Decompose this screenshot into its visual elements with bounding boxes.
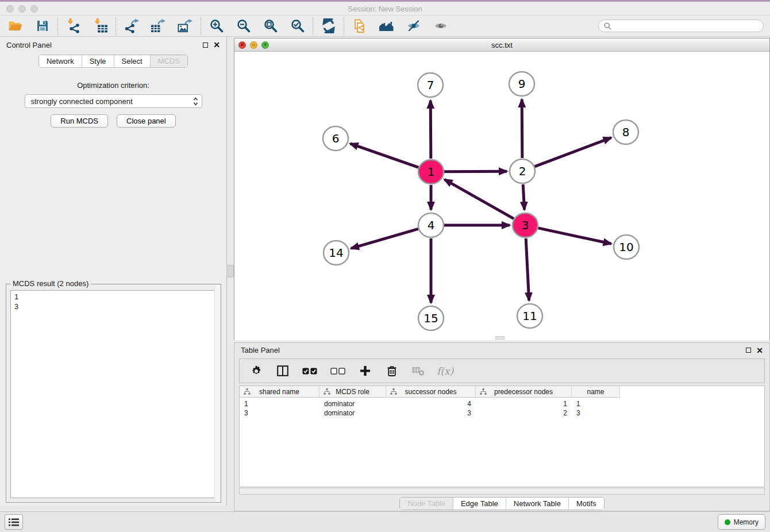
graph-node-6[interactable]: 6 xyxy=(323,126,348,151)
float-panel-icon[interactable] xyxy=(203,43,208,48)
hide-selected-icon[interactable] xyxy=(406,18,421,34)
save-session-icon[interactable] xyxy=(34,18,50,34)
cell-successor-nodes[interactable]: 4 xyxy=(386,400,476,408)
graph-edge-3-1[interactable] xyxy=(444,179,514,218)
search-input[interactable] xyxy=(615,21,758,30)
table-hscrollbar[interactable] xyxy=(239,488,765,495)
column-tree-icon xyxy=(244,388,251,395)
graph-edge-1-6[interactable] xyxy=(350,144,418,168)
graph-edge-2-8[interactable] xyxy=(535,138,611,167)
mcds-result-area[interactable]: 13 xyxy=(10,290,217,498)
cell-successor-nodes[interactable]: 3 xyxy=(386,409,476,417)
criterion-select[interactable]: strongly connected component xyxy=(25,94,202,108)
zoom-view-icon[interactable]: + xyxy=(261,41,269,49)
canvas-resize-notch[interactable] xyxy=(495,336,505,340)
graph-node-15[interactable]: 15 xyxy=(418,306,444,330)
graph-node-3[interactable]: 3 xyxy=(513,213,538,237)
deselect-all-columns-icon[interactable] xyxy=(329,363,346,379)
svg-text:15: 15 xyxy=(424,311,438,325)
task-history-button[interactable] xyxy=(5,514,23,530)
cell-predecessor-nodes[interactable]: 1 xyxy=(476,400,572,408)
column-header-shared-name[interactable]: shared name xyxy=(240,386,319,398)
column-header-successor-nodes[interactable]: successor nodes xyxy=(386,386,476,398)
minimize-view-icon[interactable]: − xyxy=(250,41,257,49)
graph-node-11[interactable]: 11 xyxy=(517,304,542,328)
splitter-handle[interactable] xyxy=(228,265,234,277)
show-all-icon[interactable] xyxy=(433,18,448,34)
graph-edge-3-10[interactable] xyxy=(538,228,611,244)
graph-node-2[interactable]: 2 xyxy=(510,159,535,183)
import-table-icon[interactable] xyxy=(93,18,108,34)
table-row[interactable]: 1dominator411 xyxy=(240,399,764,408)
graph-edge-2-3[interactable] xyxy=(523,184,524,210)
tab-network-table[interactable]: Network Table xyxy=(506,498,568,510)
graph-node-4[interactable]: 4 xyxy=(418,213,444,237)
float-table-panel-icon[interactable] xyxy=(746,348,751,353)
column-tree-icon xyxy=(390,388,397,395)
close-table-panel-icon[interactable]: ✕ xyxy=(756,346,763,354)
column-header-mcds-role[interactable]: MCDS role xyxy=(319,386,386,398)
tab-mcds[interactable]: MCDS xyxy=(150,55,187,67)
network-window-titlebar[interactable]: ✕ − + scc.txt xyxy=(234,38,769,52)
tab-node-table[interactable]: Node Table xyxy=(400,498,453,510)
close-panel-button[interactable]: Close panel xyxy=(117,114,176,128)
network-canvas[interactable]: 7968124314101511 xyxy=(234,52,769,340)
graph-edge-3-11[interactable] xyxy=(526,238,529,300)
export-network-icon[interactable] xyxy=(124,18,139,34)
tab-network[interactable]: Network xyxy=(39,55,82,67)
export-image-icon[interactable] xyxy=(178,18,193,34)
delete-columns-icon[interactable] xyxy=(384,363,399,379)
cell-shared-name[interactable]: 3 xyxy=(240,409,319,417)
tab-motifs[interactable]: Motifs xyxy=(568,498,604,510)
tab-edge-table[interactable]: Edge Table xyxy=(453,498,506,510)
memory-button[interactable]: Memory xyxy=(718,514,765,530)
import-network-icon[interactable] xyxy=(66,18,81,34)
search-field[interactable] xyxy=(598,20,764,32)
list-icon xyxy=(9,518,19,526)
graph-node-7[interactable]: 7 xyxy=(418,73,443,97)
delete-table-icon xyxy=(410,363,426,379)
cell-shared-name[interactable]: 1 xyxy=(240,400,319,408)
split-panel-icon[interactable] xyxy=(275,363,290,379)
cell-mcds-role[interactable]: dominator xyxy=(319,409,386,417)
result-scrollbar[interactable] xyxy=(214,285,220,502)
graph-node-8[interactable]: 8 xyxy=(613,120,638,144)
clone-network-icon[interactable] xyxy=(352,18,367,34)
column-header-name[interactable]: name xyxy=(572,386,620,398)
run-mcds-button[interactable]: Run MCDS xyxy=(51,114,108,128)
tab-style[interactable]: Style xyxy=(82,55,114,67)
zoom-selected-icon[interactable] xyxy=(290,18,305,34)
zoom-out-icon[interactable] xyxy=(236,18,251,34)
export-table-icon[interactable] xyxy=(151,18,166,34)
zoom-in-icon[interactable] xyxy=(209,18,224,34)
cell-name[interactable]: 1 xyxy=(572,400,620,408)
graph-edge-1-2[interactable] xyxy=(444,171,507,172)
cell-mcds-role[interactable]: dominator xyxy=(319,400,386,408)
zoom-fit-icon[interactable] xyxy=(263,18,278,34)
tab-select[interactable]: Select xyxy=(114,55,150,67)
table-row[interactable]: 3dominator323 xyxy=(240,408,764,418)
result-line: 1 xyxy=(14,292,213,302)
graph-edge-2-9[interactable] xyxy=(522,99,522,158)
graph-node-10[interactable]: 10 xyxy=(614,235,639,259)
table-panel: Table Panel ✕ xyxy=(234,342,770,511)
column-tree-icon xyxy=(480,388,487,395)
graph-edge-1-7[interactable] xyxy=(430,101,431,159)
graph-edge-4-14[interactable] xyxy=(351,229,418,248)
select-all-columns-icon[interactable] xyxy=(301,363,318,379)
graph-node-9[interactable]: 9 xyxy=(509,72,534,96)
add-column-icon[interactable] xyxy=(357,363,373,379)
refresh-layout-icon[interactable] xyxy=(321,18,336,34)
first-neighbors-icon[interactable] xyxy=(379,18,394,34)
function-builder-icon: f(x) xyxy=(437,365,453,377)
cell-name[interactable]: 3 xyxy=(572,409,620,417)
cell-predecessor-nodes[interactable]: 2 xyxy=(476,409,572,417)
table-options-gear-icon[interactable] xyxy=(248,363,264,379)
column-header-predecessor-nodes[interactable]: predecessor nodes xyxy=(476,386,572,398)
graph-node-14[interactable]: 14 xyxy=(324,241,349,265)
graph-node-1[interactable]: 1 xyxy=(418,160,444,184)
open-session-icon[interactable] xyxy=(7,18,23,34)
control-panel-tabs: NetworkStyleSelectMCDS xyxy=(38,55,188,68)
close-panel-icon[interactable]: ✕ xyxy=(213,41,220,49)
close-view-icon[interactable]: ✕ xyxy=(238,41,246,49)
